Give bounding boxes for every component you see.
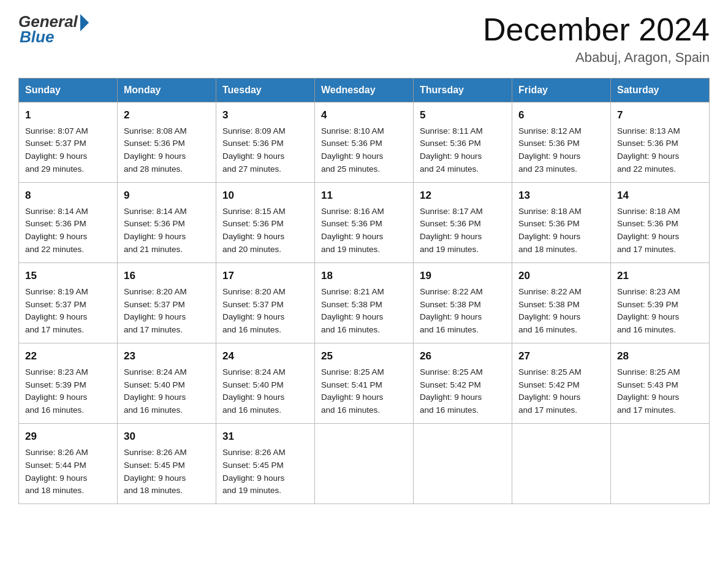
day-info: Sunrise: 8:17 AMSunset: 5:36 PMDaylight:… (420, 205, 506, 257)
day-info-line: Daylight: 9 hours (124, 473, 186, 483)
day-info-line: Sunrise: 8:14 AM (124, 207, 187, 216)
day-info-line: Sunset: 5:42 PM (518, 380, 580, 389)
day-info-line: Daylight: 9 hours (222, 393, 284, 402)
day-info-line: Sunrise: 8:13 AM (617, 126, 680, 136)
day-info-line: and 18 minutes. (518, 245, 577, 254)
day-info-line: and 16 minutes. (124, 405, 183, 415)
day-info-line: Sunset: 5:36 PM (518, 219, 580, 228)
day-info-line: Daylight: 9 hours (25, 232, 87, 241)
calendar-cell: 4Sunrise: 8:10 AMSunset: 5:36 PMDaylight… (315, 102, 414, 183)
day-info: Sunrise: 8:18 AMSunset: 5:36 PMDaylight:… (617, 205, 703, 257)
day-info-line: Sunrise: 8:25 AM (518, 367, 582, 377)
day-info-line: Sunset: 5:36 PM (420, 139, 481, 148)
calendar-cell: 26Sunrise: 8:25 AMSunset: 5:42 PMDayligh… (414, 343, 512, 424)
day-info: Sunrise: 8:11 AMSunset: 5:36 PMDaylight:… (420, 125, 506, 177)
day-info-line: and 19 minutes. (222, 486, 281, 495)
day-info: Sunrise: 8:24 AMSunset: 5:40 PMDaylight:… (222, 366, 308, 418)
day-info: Sunrise: 8:12 AMSunset: 5:36 PMDaylight:… (518, 125, 604, 177)
day-info-line: Sunrise: 8:18 AM (518, 207, 582, 216)
day-info-line: and 16 minutes. (25, 405, 84, 415)
calendar-cell: 17Sunrise: 8:20 AMSunset: 5:37 PMDayligh… (216, 263, 315, 343)
day-info-line: Sunset: 5:39 PM (617, 300, 678, 309)
day-info-line: and 16 minutes. (222, 405, 281, 415)
weekday-header-sunday: Sunday (19, 79, 118, 102)
day-number: 9 (124, 188, 210, 204)
day-info-line: and 21 minutes. (124, 245, 183, 254)
calendar-week-row: 29Sunrise: 8:26 AMSunset: 5:44 PMDayligh… (19, 424, 710, 504)
day-number: 2 (124, 107, 210, 123)
calendar-cell: 30Sunrise: 8:26 AMSunset: 5:45 PMDayligh… (118, 424, 216, 504)
day-info-line: Sunset: 5:36 PM (321, 219, 382, 228)
day-number: 7 (617, 107, 703, 123)
calendar-cell: 23Sunrise: 8:24 AMSunset: 5:40 PMDayligh… (118, 343, 216, 424)
day-info-line: Sunrise: 8:16 AM (321, 207, 384, 216)
calendar-cell: 3Sunrise: 8:09 AMSunset: 5:36 PMDaylight… (216, 102, 315, 183)
calendar-cell (414, 424, 512, 504)
day-info: Sunrise: 8:23 AMSunset: 5:39 PMDaylight:… (25, 366, 111, 418)
day-info-line: Sunrise: 8:25 AM (617, 367, 680, 377)
day-number: 31 (222, 429, 308, 445)
day-info-line: Sunrise: 8:11 AM (420, 126, 483, 136)
day-info-line: Sunrise: 8:20 AM (124, 287, 187, 296)
day-info-line: and 22 minutes. (25, 245, 84, 254)
day-info: Sunrise: 8:08 AMSunset: 5:36 PMDaylight:… (124, 125, 210, 177)
calendar-cell: 19Sunrise: 8:22 AMSunset: 5:38 PMDayligh… (414, 263, 512, 343)
day-info: Sunrise: 8:25 AMSunset: 5:42 PMDaylight:… (420, 366, 506, 418)
day-number: 5 (420, 107, 506, 123)
calendar-cell: 22Sunrise: 8:23 AMSunset: 5:39 PMDayligh… (19, 343, 118, 424)
day-info-line: Daylight: 9 hours (617, 151, 679, 161)
day-info-line: Daylight: 9 hours (222, 232, 284, 241)
day-info-line: Sunrise: 8:17 AM (420, 207, 483, 216)
day-number: 15 (25, 268, 111, 284)
day-info-line: and 16 minutes. (222, 325, 281, 334)
day-info-line: Daylight: 9 hours (518, 393, 580, 402)
day-info-line: Sunset: 5:45 PM (124, 461, 185, 470)
calendar-cell: 31Sunrise: 8:26 AMSunset: 5:45 PMDayligh… (216, 424, 315, 504)
day-info: Sunrise: 8:22 AMSunset: 5:38 PMDaylight:… (420, 286, 506, 337)
day-info-line: Sunset: 5:36 PM (124, 219, 185, 228)
day-info-line: Daylight: 9 hours (420, 312, 482, 321)
day-number: 23 (124, 348, 210, 364)
day-number: 19 (420, 268, 506, 284)
day-info-line: Sunrise: 8:22 AM (518, 287, 582, 296)
day-info-line: Sunset: 5:36 PM (617, 139, 678, 148)
day-info: Sunrise: 8:20 AMSunset: 5:37 PMDaylight:… (124, 286, 210, 337)
day-info-line: Sunrise: 8:22 AM (420, 287, 483, 296)
day-info-line: Sunrise: 8:09 AM (222, 126, 286, 136)
day-info-line: Sunset: 5:36 PM (617, 219, 678, 228)
calendar-cell: 21Sunrise: 8:23 AMSunset: 5:39 PMDayligh… (611, 263, 710, 343)
day-info-line: Sunrise: 8:26 AM (124, 448, 187, 457)
day-info-line: Daylight: 9 hours (25, 312, 87, 321)
day-number: 16 (124, 268, 210, 284)
day-info-line: Sunset: 5:36 PM (321, 139, 382, 148)
day-info-line: Sunset: 5:37 PM (222, 300, 284, 309)
day-info-line: and 27 minutes. (222, 164, 281, 174)
day-info: Sunrise: 8:20 AMSunset: 5:37 PMDaylight:… (222, 286, 308, 337)
day-info-line: Sunset: 5:39 PM (25, 380, 86, 389)
day-info-line: Sunrise: 8:10 AM (321, 126, 384, 136)
calendar-cell: 6Sunrise: 8:12 AMSunset: 5:36 PMDaylight… (512, 102, 611, 183)
day-number: 18 (321, 268, 407, 284)
day-info-line: Sunset: 5:36 PM (222, 219, 284, 228)
day-number: 17 (222, 268, 308, 284)
page-subtitle: Ababuj, Aragon, Spain (483, 50, 710, 66)
day-number: 25 (321, 348, 407, 364)
day-number: 10 (222, 188, 308, 204)
day-info-line: Sunrise: 8:23 AM (25, 367, 88, 377)
calendar-cell: 11Sunrise: 8:16 AMSunset: 5:36 PMDayligh… (315, 183, 414, 263)
calendar-week-row: 15Sunrise: 8:19 AMSunset: 5:37 PMDayligh… (19, 263, 710, 343)
day-info-line: Sunrise: 8:26 AM (222, 448, 286, 457)
day-info-line: Daylight: 9 hours (222, 473, 284, 483)
page-header: General Blue December 2024 Ababuj, Arago… (18, 12, 710, 66)
day-info-line: and 17 minutes. (518, 405, 577, 415)
day-info-line: Daylight: 9 hours (617, 393, 679, 402)
day-info-line: and 18 minutes. (25, 486, 84, 495)
day-info: Sunrise: 8:23 AMSunset: 5:39 PMDaylight:… (617, 286, 703, 337)
day-number: 3 (222, 107, 308, 123)
day-info: Sunrise: 8:25 AMSunset: 5:41 PMDaylight:… (321, 366, 407, 418)
calendar-header-row: SundayMondayTuesdayWednesdayThursdayFrid… (19, 79, 710, 102)
day-info-line: Sunrise: 8:25 AM (420, 367, 483, 377)
calendar-week-row: 1Sunrise: 8:07 AMSunset: 5:37 PMDaylight… (19, 102, 710, 183)
day-info-line: Daylight: 9 hours (321, 232, 383, 241)
day-info: Sunrise: 8:21 AMSunset: 5:38 PMDaylight:… (321, 286, 407, 337)
